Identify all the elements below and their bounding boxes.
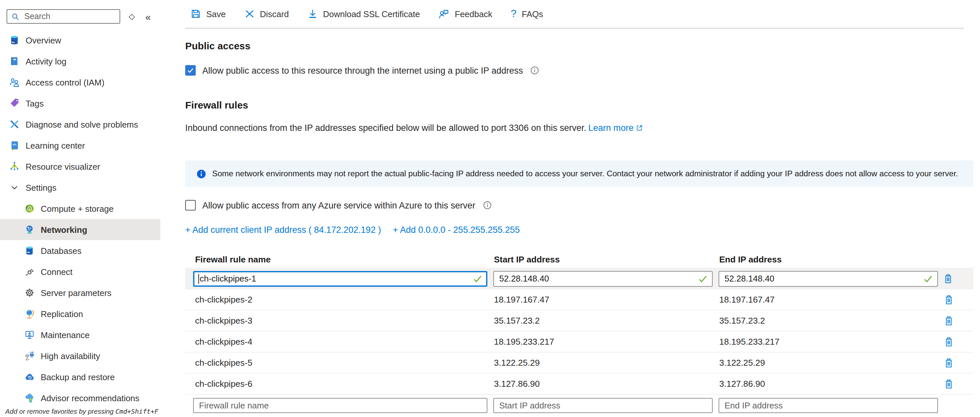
sidebar-item-tags[interactable]: Tags [0,93,160,114]
replication-icon [24,308,35,319]
delete-rule-button[interactable] [944,273,953,284]
tags-icon [9,98,20,109]
table-row-editing [185,268,974,289]
sidebar-item-label: Activity log [25,56,66,66]
svg-text:DB: DB [27,251,30,254]
sidebar-item-label: Resource visualizer [25,161,100,171]
info-icon[interactable] [482,201,492,210]
sidebar-item-maintenance[interactable]: Maintenance [0,324,160,345]
svg-text:101: 101 [13,144,16,146]
search-input[interactable] [23,11,116,22]
end-ip-cell: 18.197.167.47 [719,295,939,305]
new-start-ip-input[interactable] [493,398,713,413]
collapse-sidebar-icon[interactable]: « [145,11,151,21]
sidebar-item-access-control[interactable]: Access control (IAM) [0,72,160,93]
sidebar-item-compute-storage[interactable]: $ Compute + storage [0,198,160,219]
rule-name-cell: ch-clickpipes-6 [195,379,488,389]
sidebar-item-databases[interactable]: DB Databases [0,240,160,261]
column-header-start-ip: Start IP address [494,254,713,264]
sidebar-item-backup-restore[interactable]: Backup and restore [0,366,160,387]
sidebar-item-label: Settings [25,182,56,192]
sidebar-item-resource-visualizer[interactable]: Resource visualizer [0,156,160,177]
sidebar-item-label: Backup and restore [41,372,115,382]
sidebar-item-label: High availability [41,351,100,361]
compute-storage-icon: $ [24,203,35,214]
sidebar-nav: My Overview Activity log Access control … [0,30,160,409]
sidebar-item-label: Learning center [25,141,85,150]
sidebar-item-activity-log[interactable]: Activity log [0,51,160,72]
sidebar-item-connect[interactable]: Connect [0,261,160,282]
sidebar-item-label: Diagnose and solve problems [25,119,138,129]
sidebar-item-label: Tags [25,98,44,108]
save-button[interactable]: Save [191,8,226,19]
rule-name-cell: ch-clickpipes-4 [195,337,488,347]
svg-text:My: My [11,41,15,44]
end-ip-cell: 3.127.86.90 [719,379,939,389]
faqs-button[interactable]: ? FAQs [511,8,543,19]
delete-rule-button[interactable] [945,379,954,389]
favorites-hint: Add or remove favorites by pressing Cmd+… [5,408,158,415]
sidebar-item-networking[interactable]: Networking [0,219,160,240]
discard-button[interactable]: Discard [244,8,289,19]
sidebar-item-label: Server parameters [41,288,111,298]
azure-services-checkbox[interactable] [185,200,196,211]
azure-networking-page: ◇ « My Overview Activity log Access cont… [0,0,980,417]
sidebar-item-diagnose[interactable]: Diagnose and solve problems [0,114,160,135]
sidebar-item-label: Networking [41,225,88,235]
network-info-banner-text: Some network environments may not report… [212,169,958,178]
start-ip-cell: 3.127.86.90 [494,379,713,389]
sidebar-item-high-availability[interactable]: High availability [0,345,160,366]
new-end-ip-input[interactable] [719,398,938,413]
mysql-server-icon: My [9,35,20,45]
valid-check-icon [698,274,707,283]
add-all-range-link[interactable]: + Add 0.0.0.0 - 255.255.255.255 [393,225,520,235]
activity-log-icon [9,56,20,66]
discard-label: Discard [260,9,289,19]
delete-rule-button[interactable] [945,315,954,326]
sidebar-item-advisor-recommendations[interactable]: Advisor recommendations [0,387,160,409]
table-row: ch-clickpipes-5 3.122.25.29 3.122.25.29 [185,353,974,374]
public-access-checkbox-label: Allow public access to this resource thr… [202,66,523,75]
sidebar-item-learning-center[interactable]: 101 Learning center [0,135,160,156]
pin-icon[interactable]: ◇ [129,12,135,21]
feedback-label: Feedback [455,9,492,19]
diagnose-icon [9,119,20,129]
end-ip-cell: 35.157.23.2 [719,316,939,326]
public-access-checkbox[interactable] [185,65,196,76]
feedback-button[interactable]: Feedback [438,8,492,19]
end-ip-cell: 3.122.25.29 [719,358,939,367]
delete-rule-button[interactable] [945,336,954,347]
add-ip-links-row: + Add current client IP address ( 84.172… [185,225,974,235]
info-icon[interactable] [530,66,539,75]
save-label: Save [206,9,226,19]
column-header-rule-name: Firewall rule name [195,254,488,264]
search-box[interactable] [6,9,120,24]
valid-check-icon [473,274,482,283]
start-ip-input[interactable] [493,271,713,286]
backup-restore-icon [24,372,35,382]
sidebar-item-replication[interactable]: Replication [0,303,160,324]
new-firewall-rule-name-input[interactable] [193,398,487,413]
download-icon [307,8,318,19]
sidebar-item-server-parameters[interactable]: Server parameters [0,282,160,303]
table-row: ch-clickpipes-4 18.195.233.217 18.195.23… [185,331,974,353]
end-ip-input[interactable] [719,271,938,286]
delete-rule-button[interactable] [945,358,954,368]
advisor-recommendations-icon [24,393,35,403]
start-ip-cell: 35.157.23.2 [494,316,713,326]
download-ssl-certificate-button[interactable]: Download SSL Certificate [307,8,420,19]
server-parameters-icon [24,288,35,298]
high-availability-icon [24,351,35,361]
sidebar-group-settings[interactable]: Settings [0,177,160,198]
start-ip-cell: 3.122.25.29 [494,358,713,367]
delete-rule-button[interactable] [945,294,954,305]
public-access-heading: Public access [185,40,974,51]
firewall-rule-name-input[interactable] [193,271,487,286]
table-row: ch-clickpipes-2 18.197.167.47 18.197.167… [185,289,974,310]
firewall-rules-heading: Firewall rules [185,99,974,110]
learn-more-link[interactable]: Learn more [588,123,633,133]
add-client-ip-link[interactable]: + Add current client IP address ( 84.172… [185,225,381,235]
sidebar-item-overview[interactable]: My Overview [0,30,160,51]
table-row-new [185,398,974,413]
sidebar-item-label: Access control (IAM) [25,77,105,87]
